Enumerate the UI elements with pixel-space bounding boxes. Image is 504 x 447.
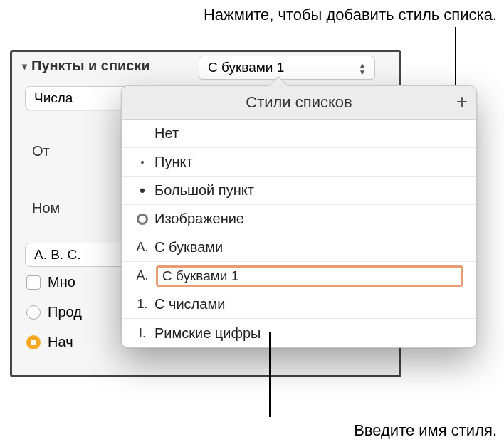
style-item-none[interactable]: Нет bbox=[122, 120, 476, 148]
bullet-icon: • bbox=[135, 157, 150, 168]
radio-start-from[interactable] bbox=[26, 335, 41, 349]
style-item-lettered-1-editing[interactable]: A. С буквами 1 bbox=[122, 262, 476, 290]
checkbox-tiered[interactable] bbox=[26, 275, 41, 290]
popover-title: Стили списков bbox=[246, 93, 352, 111]
label-start-from: Нач bbox=[48, 334, 73, 350]
dropdown-value: С буквами 1 bbox=[208, 60, 284, 75]
style-label: С числами bbox=[154, 296, 225, 312]
letter-marker: A. bbox=[135, 240, 150, 255]
label-from: От bbox=[32, 143, 50, 159]
label-number: Ном bbox=[32, 200, 60, 216]
list-styles-popover: Стили списков + Нет • Пункт • Большой пу… bbox=[121, 85, 477, 348]
image-bullet-icon bbox=[135, 211, 150, 226]
disclosure-triangle-icon: ▾ bbox=[22, 61, 27, 72]
style-item-lettered[interactable]: A. С буквами bbox=[122, 233, 476, 262]
style-label: Пункт bbox=[154, 154, 193, 170]
label-continue: Прод bbox=[48, 304, 82, 320]
leader-line-bottom bbox=[269, 332, 271, 417]
callout-add-style: Нажмите, чтобы добавить стиль списка. bbox=[56, 6, 497, 24]
style-item-big-bullet[interactable]: • Большой пункт bbox=[122, 177, 476, 205]
add-style-button[interactable]: + bbox=[456, 92, 468, 112]
style-list: Нет • Пункт • Большой пункт Изображение … bbox=[122, 120, 476, 347]
style-label: Римские цифры bbox=[154, 325, 261, 342]
updown-caret-icon: ▲ ▼ bbox=[355, 58, 370, 78]
style-label: Изображение bbox=[154, 211, 244, 227]
letter-marker: A. bbox=[135, 268, 150, 283]
list-style-dropdown[interactable]: С буквами 1 ▲ ▼ bbox=[199, 56, 375, 80]
style-item-roman[interactable]: I. Римские цифры bbox=[122, 319, 476, 347]
number-marker: 1. bbox=[135, 297, 150, 312]
roman-marker: I. bbox=[135, 326, 150, 341]
style-name-input[interactable]: С буквами 1 bbox=[156, 265, 463, 287]
style-item-image[interactable]: Изображение bbox=[122, 205, 476, 233]
popover-header: Стили списков + bbox=[122, 86, 476, 120]
format-label: A. B. C. bbox=[34, 247, 80, 263]
style-item-bullet[interactable]: • Пункт bbox=[122, 148, 476, 177]
section-title: Пункты и списки bbox=[31, 58, 150, 74]
bullet-large-icon: • bbox=[135, 184, 150, 198]
label-tiered: Мно bbox=[48, 274, 75, 290]
style-item-numbered[interactable]: 1. С числами bbox=[122, 290, 476, 319]
style-label: Нет bbox=[154, 125, 179, 142]
numbers-label: Числа bbox=[34, 90, 73, 106]
style-label: Большой пункт bbox=[154, 182, 254, 199]
radio-continue[interactable] bbox=[26, 305, 41, 320]
callout-enter-name: Введите имя стиля. bbox=[199, 421, 497, 440]
style-label: С буквами bbox=[154, 239, 223, 256]
